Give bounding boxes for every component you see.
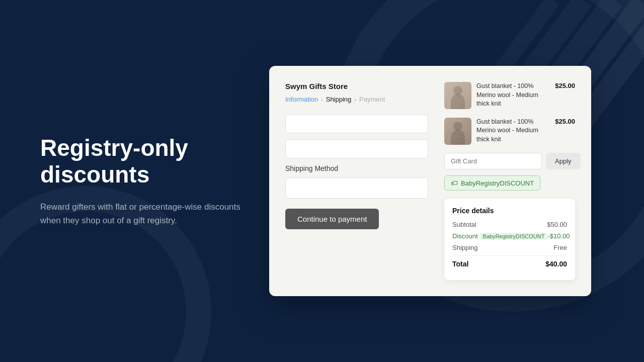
total-label: Total: [452, 260, 468, 268]
item-2-details: Gust blanket - 100% Merino wool - Medium…: [476, 118, 575, 145]
apply-button[interactable]: Apply: [546, 153, 581, 169]
item-1-details: Gust blanket - 100% Merino wool - Medium…: [476, 82, 575, 110]
discount-text: Discount: [452, 232, 478, 240]
tag-icon: 🏷: [451, 179, 458, 187]
sub-text: Reward gifters with flat or percentage-w…: [40, 200, 262, 227]
shipping-method-selector[interactable]: [285, 177, 428, 199]
main-heading: Registry-only discounts: [40, 135, 262, 188]
card-inner: Swym Gifts Store Information › Shipping …: [285, 82, 575, 280]
price-details-title: Price details: [452, 207, 567, 215]
item-1-name: Gust blanket - 100% Merino wool - Medium…: [476, 82, 552, 109]
subtotal-row: Subtotal $50.00: [452, 221, 567, 228]
total-row: Total $40.00: [452, 255, 567, 268]
subtotal-label: Subtotal: [452, 221, 476, 228]
discount-label: Discount BabyRegistryDISCOUNT: [452, 232, 547, 240]
continue-to-payment-button[interactable]: Continue to payment: [285, 209, 379, 229]
form-section: Swym Gifts Store Information › Shipping …: [285, 82, 428, 280]
shipping-method-label: Shipping Method: [285, 164, 428, 172]
breadcrumb-payment: Payment: [359, 96, 385, 103]
breadcrumb-information[interactable]: Information: [285, 96, 318, 103]
product-image-2: [444, 118, 471, 145]
item-2-price: $25.00: [555, 118, 575, 125]
breadcrumb: Information › Shipping › Payment: [285, 96, 428, 103]
checkout-card: Swym Gifts Store Information › Shipping …: [269, 66, 591, 296]
breadcrumb-shipping: Shipping: [326, 96, 352, 103]
discount-value: -$10.00: [547, 232, 570, 240]
order-section: Gust blanket - 100% Merino wool - Medium…: [444, 82, 575, 280]
product-image-1: [444, 82, 471, 109]
breadcrumb-sep-2: ›: [354, 97, 356, 103]
price-details-card: Price details Subtotal $50.00 Discount B…: [444, 199, 575, 280]
shipping-row: Shipping Free: [452, 244, 567, 251]
item-2-name: Gust blanket - 100% Merino wool - Medium…: [476, 118, 552, 144]
total-value: $40.00: [545, 260, 567, 268]
subtotal-value: $50.00: [547, 221, 567, 228]
form-input-1[interactable]: [285, 114, 428, 133]
discount-tag: 🏷 BabyRegistryDISCOUNT: [444, 175, 540, 191]
order-item-2: Gust blanket - 100% Merino wool - Medium…: [444, 118, 575, 145]
store-name: Swym Gifts Store: [285, 82, 428, 90]
order-item-1: Gust blanket - 100% Merino wool - Medium…: [444, 82, 575, 110]
shipping-value: Free: [553, 244, 567, 251]
discount-row: Discount BabyRegistryDISCOUNT -$10.00: [452, 232, 567, 240]
gift-card-row: Apply: [444, 153, 575, 169]
item-1-price: $25.00: [555, 82, 575, 89]
left-content-section: Registry-only discounts Reward gifters w…: [40, 135, 262, 227]
discount-badge: BabyRegistryDISCOUNT: [480, 233, 548, 240]
form-input-2[interactable]: [285, 139, 428, 158]
breadcrumb-sep-1: ›: [321, 97, 323, 103]
shipping-label: Shipping: [452, 244, 478, 251]
gift-card-input[interactable]: [444, 153, 542, 169]
discount-code-label: BabyRegistryDISCOUNT: [461, 179, 534, 187]
